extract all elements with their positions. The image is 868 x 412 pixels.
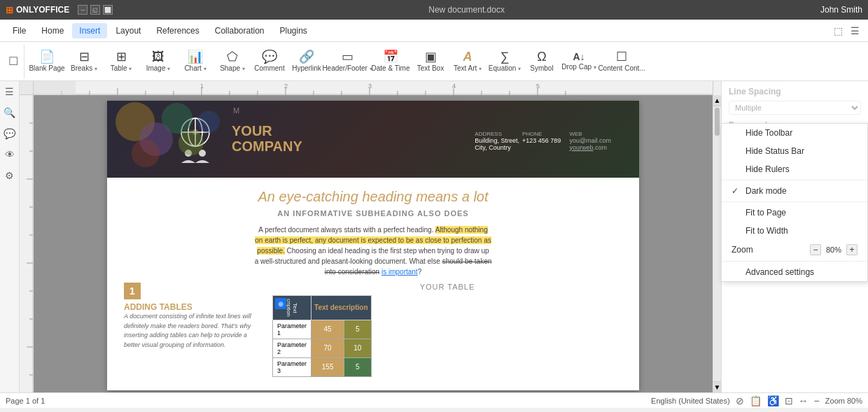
address-val: Building, Street,City, Country: [475, 137, 519, 151]
data-table: Textcription Text description Parameter …: [272, 295, 372, 377]
content-ctrl-label: Content Cont...: [598, 64, 645, 72]
drop-cap-button[interactable]: A↓ Drop Cap ▾: [561, 46, 597, 77]
text-box-label: Text Box: [417, 64, 444, 72]
zoom-control: − 80% +: [810, 244, 858, 255]
section-text: A document consisting of infinite text l…: [124, 312, 264, 350]
breaks-button[interactable]: ⊟ Breaks ▾: [66, 46, 102, 77]
equation-button[interactable]: ∑ Equation ▾: [486, 46, 523, 77]
menu-more[interactable]: ☰: [847, 23, 862, 38]
line-spacing-select[interactable]: Multiple: [729, 101, 861, 115]
menu-insert[interactable]: Insert: [72, 23, 107, 38]
maximize-button[interactable]: ⬜: [103, 5, 113, 15]
zoom-plus-button[interactable]: +: [846, 244, 858, 255]
content-ctrl-button[interactable]: ☐ Content Cont...: [598, 46, 645, 77]
track-changes-icon[interactable]: 📋: [750, 395, 762, 406]
content-ctrl-icon: ☐: [616, 50, 627, 63]
menu-home[interactable]: Home: [34, 23, 71, 38]
table-cell-label: Parameter 1: [273, 320, 312, 339]
table-label: Table ▾: [111, 64, 132, 72]
svg-point-44: [197, 111, 220, 133]
date-time-button[interactable]: 📅 Date & Time: [370, 46, 412, 77]
scroll-down[interactable]: ▼: [713, 381, 721, 392]
hide-toolbar-label: Hide Toolbar: [746, 128, 792, 138]
drop-cap-label: Drop Cap ▾: [561, 63, 596, 71]
search-icon[interactable]: 🔍: [2, 105, 18, 120]
nav-icon[interactable]: ☰: [2, 84, 18, 99]
table-cell-val1: 70: [312, 339, 344, 357]
blank-page-button[interactable]: 📄 Blank Page: [29, 46, 65, 77]
shape-button[interactable]: ⬠ Shape ▾: [214, 46, 251, 77]
status-left: Page 1 of 1: [6, 397, 45, 405]
zoom-level: Zoom 80%: [825, 397, 862, 405]
text-box-button[interactable]: ▣ Text Box: [412, 46, 449, 77]
doc-heading: An eye-catching heading means a lot: [124, 189, 622, 205]
chart-button[interactable]: 📊 Chart ▾: [177, 46, 214, 77]
menu-layout[interactable]: Layout: [108, 23, 148, 38]
table-button[interactable]: ⊞ Table ▾: [103, 46, 139, 77]
doc-area: YOURCOMPANY ADDRESS Building, Street,Cit…: [20, 95, 721, 392]
header-footer-button[interactable]: ▭ Header/Footer ▾: [326, 46, 369, 77]
text-art-button[interactable]: A Text Art ▾: [449, 46, 486, 77]
scroll-track[interactable]: [713, 106, 721, 381]
scroll-up[interactable]: ▲: [713, 95, 721, 106]
highlight-text: Although nothingon earth is perfect, any…: [255, 226, 491, 255]
document-canvas: YOURCOMPANY ADDRESS Building, Street,Cit…: [34, 95, 713, 392]
menu-divider: [722, 180, 867, 180]
track-icon[interactable]: 👁: [2, 147, 18, 162]
accessibility-icon[interactable]: ♿: [767, 395, 779, 406]
header-footer-icon: ▭: [342, 50, 354, 63]
layout-icon[interactable]: ⬚: [830, 23, 846, 38]
hide-rulers-item[interactable]: Hide Rulers: [722, 160, 867, 178]
restore-button[interactable]: ◱: [90, 5, 100, 15]
menu-collaboration[interactable]: Collaboration: [208, 23, 272, 38]
svg-point-43: [178, 130, 204, 155]
section-number: 1: [124, 283, 141, 299]
address-label: ADDRESS: [475, 131, 519, 137]
dark-mode-item[interactable]: ✓ Dark mode: [722, 182, 867, 200]
plugin-side-icon[interactable]: ⚙: [2, 168, 18, 183]
window-controls: ─ ◱ ⬜: [78, 5, 113, 15]
comment-button[interactable]: 💬 Comment: [251, 46, 288, 77]
vertical-ruler: [20, 95, 34, 392]
zoom-item: Zoom − 80% +: [722, 240, 867, 260]
fit-to-width-item[interactable]: Fit to Width: [722, 222, 867, 240]
blank-page-label: Blank Page: [29, 64, 64, 72]
fit-to-page-item[interactable]: Fit to Page: [722, 204, 867, 222]
hyperlink-button[interactable]: 🔗 Hyperlink: [288, 46, 325, 77]
menu-plugins[interactable]: Plugins: [273, 23, 314, 38]
horizontal-ruler: 1 2 3 4 5: [34, 81, 713, 95]
menu-file[interactable]: File: [6, 23, 33, 38]
image-button[interactable]: 🖼 Image ▾: [140, 46, 176, 77]
minimize-button[interactable]: ─: [78, 5, 88, 15]
advanced-settings-label: Advanced settings: [746, 267, 814, 277]
selection-handle[interactable]: ⊕: [275, 298, 286, 309]
table-cell-val2: 5: [344, 320, 371, 339]
blank-page-icon: 📄: [39, 50, 55, 63]
comment-side-icon[interactable]: 💬: [2, 126, 18, 141]
fit-width-icon[interactable]: ↔: [799, 395, 808, 406]
link-text: is important: [382, 268, 418, 276]
web-label: WEB: [569, 131, 614, 137]
toolbar-side-icon[interactable]: ☐: [6, 54, 21, 69]
hide-status-bar-item[interactable]: Hide Status Bar: [722, 142, 867, 160]
hide-toolbar-item[interactable]: Hide Toolbar: [722, 124, 867, 142]
table-row: Parameter 1 45 5: [273, 320, 372, 339]
advanced-settings-item[interactable]: Advanced settings: [722, 263, 867, 281]
fit-to-width-label: Fit to Width: [746, 226, 788, 236]
phone-label: PHONE: [522, 131, 567, 137]
zoom-minus-button[interactable]: −: [810, 244, 821, 255]
svg-rect-26: [34, 81, 76, 95]
page-info: Page 1 of 1: [6, 397, 45, 405]
spell-check-icon[interactable]: ⊘: [736, 395, 744, 406]
table-cell-val1: 155: [312, 357, 344, 376]
vertical-scrollbar[interactable]: ▲ ▼: [713, 95, 721, 392]
scroll-thumb[interactable]: [715, 108, 720, 136]
equation-label: Equation ▾: [489, 64, 521, 72]
menu-divider-2: [722, 201, 867, 202]
dark-mode-label: Dark mode: [746, 186, 787, 196]
breaks-icon: ⊟: [79, 50, 90, 63]
menu-references[interactable]: References: [149, 23, 206, 38]
fit-page-icon[interactable]: ⊡: [785, 395, 793, 406]
zoom-out-icon[interactable]: −: [814, 395, 820, 406]
symbol-button[interactable]: Ω Symbol: [524, 46, 560, 77]
